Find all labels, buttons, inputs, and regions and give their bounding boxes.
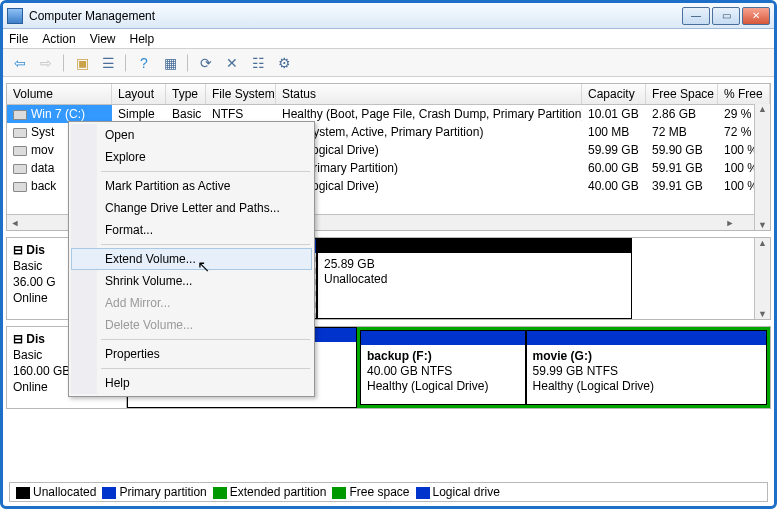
extended-partition-group: backup (F:)40.00 GB NTFSHealthy (Logical… (357, 327, 770, 408)
legend-item: Free space (332, 485, 409, 499)
context-menu: OpenExploreMark Partition as ActiveChang… (68, 121, 315, 397)
menu-item[interactable]: Properties (71, 343, 312, 365)
menu-item[interactable]: Change Drive Letter and Paths... (71, 197, 312, 219)
vertical-scrollbar[interactable] (754, 238, 770, 319)
drive-icon (13, 182, 27, 192)
vertical-scrollbar[interactable] (754, 104, 770, 230)
menu-item[interactable]: Mark Partition as Active (71, 175, 312, 197)
detail-icon[interactable]: ▦ (159, 52, 181, 74)
menu-item[interactable]: Help (71, 372, 312, 394)
partition[interactable]: movie (G:)59.99 GB NTFSHealthy (Logical … (526, 330, 767, 405)
partition[interactable]: backup (F:)40.00 GB NTFSHealthy (Logical… (360, 330, 526, 405)
back-button[interactable]: ⇦ (9, 52, 31, 74)
menu-separator (101, 244, 310, 245)
window-title: Computer Management (29, 9, 682, 23)
legend-item: Extended partition (213, 485, 327, 499)
col-filesystem[interactable]: File System (206, 84, 276, 104)
menu-separator (101, 171, 310, 172)
help-icon[interactable]: ? (133, 52, 155, 74)
col-pctfree[interactable]: % Free (718, 84, 770, 104)
refresh-icon[interactable]: ⟳ (195, 52, 217, 74)
col-freespace[interactable]: Free Space (646, 84, 718, 104)
menu-help[interactable]: Help (130, 32, 155, 46)
menu-item: Add Mirror... (71, 292, 312, 314)
separator (125, 54, 127, 72)
col-layout[interactable]: Layout (112, 84, 166, 104)
partition[interactable]: 25.89 GBUnallocated (317, 238, 632, 319)
volume-header-row: Volume Layout Type File System Status Ca… (7, 84, 770, 105)
separator (187, 54, 189, 72)
toolbar: ⇦ ⇨ ▣ ☰ ? ▦ ⟳ ✕ ☷ ⚙ (3, 49, 774, 77)
menu-item[interactable]: Format... (71, 219, 312, 241)
drive-icon (13, 128, 27, 138)
delete-icon[interactable]: ✕ (221, 52, 243, 74)
settings-icon[interactable]: ☷ (247, 52, 269, 74)
minimize-button[interactable]: — (682, 7, 710, 25)
close-button[interactable]: ✕ (742, 7, 770, 25)
legend-item: Unallocated (16, 485, 96, 499)
menu-item[interactable]: Shrink Volume... (71, 270, 312, 292)
drive-icon (13, 164, 27, 174)
menu-item[interactable]: Extend Volume... (71, 248, 312, 270)
col-type[interactable]: Type (166, 84, 206, 104)
menu-separator (101, 368, 310, 369)
menu-bar: File Action View Help (3, 29, 774, 49)
menu-item: Delete Volume... (71, 314, 312, 336)
legend-item: Primary partition (102, 485, 206, 499)
col-capacity[interactable]: Capacity (582, 84, 646, 104)
disk0-label: Dis (26, 243, 45, 257)
forward-button[interactable]: ⇨ (35, 52, 57, 74)
tool-icon[interactable]: ⚙ (273, 52, 295, 74)
separator (63, 54, 65, 72)
title-bar: Computer Management — ▭ ✕ (3, 3, 774, 29)
folder-icon[interactable]: ▣ (71, 52, 93, 74)
drive-icon (13, 146, 27, 156)
properties-icon[interactable]: ☰ (97, 52, 119, 74)
menu-file[interactable]: File (9, 32, 28, 46)
legend: UnallocatedPrimary partitionExtended par… (9, 482, 768, 502)
menu-view[interactable]: View (90, 32, 116, 46)
menu-separator (101, 339, 310, 340)
drive-icon (13, 110, 27, 120)
menu-item[interactable]: Explore (71, 146, 312, 168)
menu-action[interactable]: Action (42, 32, 75, 46)
col-status[interactable]: Status (276, 84, 582, 104)
col-volume[interactable]: Volume (7, 84, 112, 104)
disk1-label: Dis (26, 332, 45, 346)
maximize-button[interactable]: ▭ (712, 7, 740, 25)
app-icon (7, 8, 23, 24)
menu-item[interactable]: Open (71, 124, 312, 146)
legend-item: Logical drive (416, 485, 500, 499)
